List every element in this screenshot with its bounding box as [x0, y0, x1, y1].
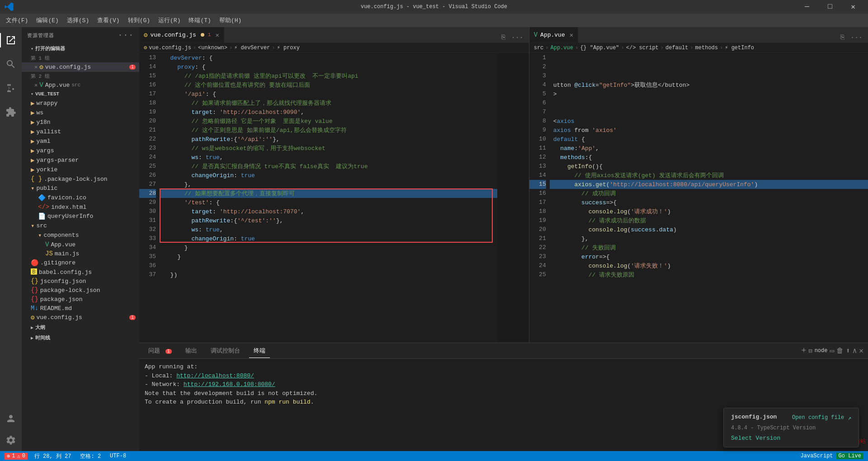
live-text: Go Live [839, 453, 861, 459]
sidebar-menu-button[interactable]: ··· [118, 31, 134, 40]
folder-yorkie[interactable]: ▶ yorkie [22, 165, 139, 174]
menu-file[interactable]: 文件(F) [2, 14, 32, 26]
status-encoding[interactable]: UTF-8 [108, 453, 128, 459]
status-live[interactable]: Go Live [836, 453, 863, 459]
code-content-right[interactable]: utton @click="getInfo">获取信息</button> > <… [550, 53, 868, 343]
notification-title: jsconfig.json [731, 414, 777, 420]
split-editor-right-icon[interactable]: ⎘ [839, 33, 846, 42]
js-icon: JS [45, 250, 53, 257]
panel-trash-icon[interactable]: 🗑 [836, 347, 844, 355]
open-editors-header[interactable]: ▾ 打开的编辑器 [22, 43, 139, 54]
menu-help[interactable]: 帮助(H) [216, 14, 245, 26]
close-button[interactable]: ✕ [843, 0, 863, 14]
activity-extensions[interactable] [0, 101, 22, 123]
file-package-lock[interactable]: { } .package-lock.json [22, 174, 139, 183]
menu-select[interactable]: 选择(S) [63, 14, 93, 26]
panel-layout-icon[interactable]: ▭ [830, 346, 834, 355]
panel-split-icon[interactable]: ⊟ [808, 347, 812, 355]
more-actions-right-icon[interactable]: ··· [849, 33, 864, 42]
editor-right[interactable]: V App.vue ✕ ⎘ ··· src › App.vue [529, 27, 868, 343]
row-col-text: 行 28, 列 27 [34, 452, 71, 460]
menu-run[interactable]: 运行(R) [155, 14, 184, 26]
outline-header[interactable]: ▶ 大纲 [22, 322, 139, 333]
tab-problems[interactable]: 问题 1 [144, 344, 176, 358]
file-package-json[interactable]: {} package.json [22, 295, 139, 304]
activity-explorer[interactable] [0, 29, 22, 51]
tab-debug-console[interactable]: 调试控制台 [206, 344, 245, 358]
file-favicon[interactable]: 🔷 favicon.ico [22, 193, 139, 202]
status-row-col[interactable]: 行 28, 列 27 [32, 452, 74, 460]
notification-open-config-icon[interactable]: ↗ [848, 414, 851, 422]
file-main-js[interactable]: JS main.js [22, 249, 139, 258]
window-controls[interactable]: — □ ✕ [797, 0, 863, 14]
folder-public[interactable]: ▾ public [22, 183, 139, 193]
file-readme[interactable]: M↓ README.md [22, 304, 139, 313]
close-icon[interactable]: ✕ [34, 64, 38, 71]
folder-ws[interactable]: ▶ ws [22, 108, 139, 118]
more-actions-icon[interactable]: ··· [509, 33, 525, 42]
file-vue-config-root[interactable]: ⚙ vue.config.js 1 [22, 313, 139, 322]
editor-left[interactable]: ⚙ vue.config.js 1 ✕ ⎘ ··· ⚙ [139, 27, 529, 343]
rcode-4: utton @click="getInfo">获取信息</button> [550, 80, 868, 89]
activity-search[interactable] [0, 53, 22, 75]
notification-link-open-config[interactable]: Open config file [792, 414, 844, 422]
file-gitignore[interactable]: 🔴 .gitignore [22, 258, 139, 268]
folder-yargs[interactable]: ▶ yargs [22, 146, 139, 155]
status-errors[interactable]: ⊗ 1 ⚠ 0 [5, 453, 28, 460]
app-vue-suffix: src [71, 82, 80, 88]
tab-app-vue-label: App.vue [540, 32, 565, 38]
folder-components[interactable]: ▾ components [22, 230, 139, 240]
file-index-html[interactable]: </> index.html [22, 202, 139, 212]
file-babel-config[interactable]: 🅱 babel.config.js [22, 268, 139, 277]
folder-yargs-parser[interactable]: ▶ yargs-parser [22, 155, 139, 165]
group-2-label: 第 2 组 [22, 72, 139, 80]
minimize-button[interactable]: — [797, 0, 817, 14]
tab-app-vue[interactable]: V App.vue ✕ [529, 27, 578, 42]
panel-chevron-up-icon[interactable]: ∧ [853, 346, 857, 355]
md-icon: M↓ [31, 305, 38, 312]
status-spaces[interactable]: 空格: 2 [78, 452, 103, 460]
activity-scm[interactable] [0, 77, 22, 99]
file-jsconfig[interactable]: {} jsconfig.json [22, 277, 139, 286]
file-app-vue-tree[interactable]: V App.vue [22, 240, 139, 249]
timeline-header[interactable]: ▶ 时间线 [22, 333, 139, 343]
tab-output[interactable]: 输出 [181, 344, 202, 358]
status-language[interactable]: JavaScript [798, 453, 835, 459]
folder-yallist[interactable]: ▶ yallist [22, 127, 139, 136]
panel-close-icon[interactable]: ✕ [859, 346, 863, 355]
menu-goto[interactable]: 转到(G) [124, 14, 154, 26]
folder-wrappy[interactable]: ▶ wrappy [22, 99, 139, 108]
split-editor-icon[interactable]: ⎘ [500, 33, 507, 42]
file-package-lock-root[interactable]: {} package-lock.json [22, 286, 139, 295]
close-icon-2[interactable]: ✕ [34, 82, 38, 89]
terminal-network-link[interactable]: http://192.168.0.108:8080/ [184, 381, 275, 388]
menu-edit[interactable]: 编辑(E) [33, 14, 62, 26]
folder-y18n[interactable]: ▶ y18n [22, 118, 139, 127]
open-file-app-vue[interactable]: ✕ V App.vue src [22, 80, 139, 89]
vue-test-chevron: ▾ [31, 91, 33, 97]
status-right: JavaScript Go Live [798, 453, 863, 459]
rcode-24: console.log('请求失败！') [550, 261, 868, 270]
folder-src[interactable]: ▾ src [22, 221, 139, 230]
code-content-left[interactable]: devServer: { proxy: { // /api指的是请求前缀 这里的… [160, 53, 497, 343]
tab-terminal[interactable]: 终端 [249, 344, 270, 358]
maximize-button[interactable]: □ [820, 0, 840, 14]
tab-app-vue-close[interactable]: ✕ [570, 31, 573, 39]
tab-vue-config[interactable]: ⚙ vue.config.js 1 ✕ [139, 27, 224, 42]
panel-add-icon[interactable]: + [801, 346, 806, 355]
panel-maximize-icon[interactable]: ⬆ [846, 346, 850, 355]
menu-view[interactable]: 查看(V) [94, 14, 123, 26]
terminal-line-6: To create a production build, run npm ru… [145, 398, 863, 407]
json-icon-4: {} [31, 296, 38, 303]
open-file-vue-config[interactable]: ✕ ⚙ vue.config.js 1 [22, 62, 139, 72]
file-queryuserinfo[interactable]: 📄 queryUserInfo [22, 212, 139, 221]
tab-vue-config-close[interactable]: ✕ [215, 31, 219, 39]
terminal-local-link[interactable]: http://localhost:8080/ [176, 372, 254, 379]
folder-yaml[interactable]: ▶ yaml [22, 136, 139, 146]
menu-terminal[interactable]: 终端(T) [185, 14, 214, 26]
activity-settings[interactable] [0, 429, 22, 451]
notification-select-version[interactable]: Select Version [731, 435, 780, 442]
vue-test-header[interactable]: ▾ VUE_TEST [22, 89, 139, 99]
activity-account[interactable] [0, 408, 22, 429]
rcode-15: axios.get('http://localhost:8080/api/que… [550, 180, 868, 189]
